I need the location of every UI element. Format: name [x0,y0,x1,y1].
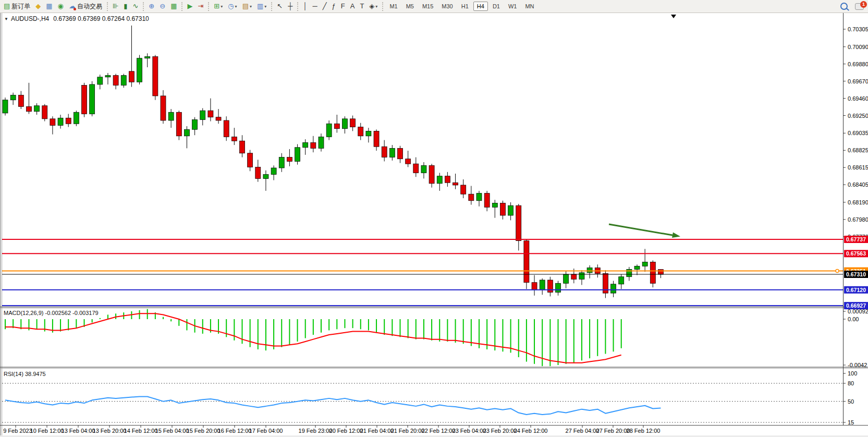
bar-chart-button[interactable]: ⊪ [111,1,120,12]
new-order-icon: ▤ [4,1,10,11]
fibonacci-button[interactable]: ƒ [330,1,338,12]
yellow-diamond-icon: ◆ [35,1,41,11]
vertical-line-icon: │ [303,1,307,11]
chart-area[interactable]: 0.703050.700900.698800.696700.694600.692… [0,13,868,437]
svg-text:0.69250: 0.69250 [848,113,868,119]
macd-indicator-label: MACD(12,26,9) -0.002562 -0.003179 [4,310,99,316]
timeframe-h4[interactable]: H4 [473,2,488,11]
new-chart-button[interactable]: ⊞▾ [212,1,225,12]
svg-text:0.69670: 0.69670 [848,78,868,84]
svg-text:22 Feb 12:00: 22 Feb 12:00 [422,428,456,434]
svg-text:10 Feb 12:00: 10 Feb 12:00 [30,428,64,434]
text-button[interactable]: A [348,1,357,12]
toolbar-right: 1 [840,3,868,10]
svg-text:0.67737: 0.67737 [846,236,866,242]
svg-text:27 Feb 04:00: 27 Feb 04:00 [566,428,600,434]
svg-text:0.69460: 0.69460 [848,95,868,102]
timeframe-m1[interactable]: M1 [386,2,401,11]
bar-chart-icon: ⊪ [113,1,118,11]
toolbar-separator [297,2,298,11]
svg-text:80: 80 [848,380,854,386]
svg-text:0.68615: 0.68615 [848,164,868,171]
svg-text:17 Feb 04:00: 17 Feb 04:00 [249,428,283,434]
svg-text:0.68190: 0.68190 [848,199,868,205]
autotrading-button[interactable]: ☁自动交易 [67,1,104,12]
crosshair-button[interactable]: ┼ [286,1,295,12]
profiles-button[interactable]: ▥▾ [255,1,268,12]
auto-scroll-button[interactable]: ▶ [185,1,194,12]
candlestick-button[interactable]: ▮ [121,1,129,12]
svg-text:15 Feb 20:00: 15 Feb 20:00 [187,428,221,434]
zoom-out-icon: ⊖ [160,1,165,11]
text-icon: A [350,1,355,11]
svg-text:28 Feb 12:00: 28 Feb 12:00 [627,428,661,434]
signals-button[interactable]: ◉ [56,1,66,12]
chat-icon[interactable]: 1 [855,3,864,10]
svg-text:0.68825: 0.68825 [848,147,868,153]
timeframe-w1[interactable]: W1 [505,2,521,11]
timeframe-mn[interactable]: MN [521,2,537,11]
svg-text:21 Feb 04:00: 21 Feb 04:00 [360,428,394,434]
tile-windows-button[interactable]: ▦ [168,1,179,12]
shapes-icon: ◈ [369,1,374,11]
clock-icon: ◷ [228,1,234,11]
timeframe-h1[interactable]: H1 [458,2,472,11]
svg-text:23 Feb 04:00: 23 Feb 04:00 [453,428,486,434]
zoom-out-button[interactable]: ⊖ [157,1,167,12]
market-watch-button[interactable]: ◆ [33,1,43,12]
svg-text:21 Feb 20:00: 21 Feb 20:00 [391,428,425,434]
tile-windows-icon: ▦ [170,1,177,11]
zoom-in-icon: ⊕ [149,1,154,11]
notification-badge: 1 [860,1,867,8]
timeframe-m30[interactable]: M30 [438,2,456,11]
svg-text:23 Feb 20:00: 23 Feb 20:00 [483,428,517,434]
toolbar-separator [382,2,383,11]
chart-collapse-icon[interactable]: ▼ [4,17,8,21]
toolbar-separator [107,2,108,11]
trendline-button[interactable]: ╱ [321,1,329,12]
autotrading-icon: ☁ [69,1,76,11]
rsi-indicator-label: RSI(14) 38.9475 [4,371,46,377]
svg-text:13 Feb 20:00: 13 Feb 20:00 [93,428,127,434]
toolbar-separator [143,2,144,11]
horizontal-line-icon: ─ [313,1,317,11]
chart-shift-button[interactable]: ⇥ [195,1,205,12]
toolbar: ▤新订单◆▦◉☁自动交易⊪▮∿⊕⊖▦▶⇥⊞▾◷▾▤▾▥▾↖┼│─╱ƒFAT◈▾M… [0,0,868,13]
data-window-button[interactable]: ▦ [44,1,54,12]
svg-text:20 Feb 12:00: 20 Feb 12:00 [329,428,363,434]
chart-shift-icon: ⇥ [198,1,203,11]
zoom-in-button[interactable]: ⊕ [146,1,156,12]
svg-text:19 Feb 23:00: 19 Feb 23:00 [299,428,333,434]
timeframe-m15[interactable]: M15 [419,2,437,11]
auto-scroll-icon: ▶ [187,1,192,11]
chevron-down-icon: ▾ [264,4,266,9]
timeframe-m5[interactable]: M5 [402,2,418,11]
svg-text:0.67563: 0.67563 [846,250,866,257]
timeframe-d1[interactable]: D1 [489,2,504,11]
shapes-button[interactable]: ◈▾ [367,1,380,12]
template-icon: ▤ [242,1,249,11]
text-label-button[interactable]: T [358,1,366,12]
svg-text:27 Feb 20:00: 27 Feb 20:00 [596,428,630,434]
chart-window: 0.703050.700900.698800.696700.694600.692… [0,13,868,437]
line-chart-button[interactable]: ∿ [130,1,140,12]
chevron-down-icon: ▾ [235,4,237,9]
signal-icon: ◉ [58,1,64,11]
charts-window-icon: ▦ [46,1,52,11]
new-order-button[interactable]: ▤新订单 [2,1,32,12]
autotrading-button-label: 自动交易 [77,2,102,11]
templates-button[interactable]: ▤▾ [240,1,254,12]
svg-text:9 Feb 2023: 9 Feb 2023 [3,428,32,434]
cursor-button[interactable]: ↖ [275,1,285,12]
svg-text:0.69880: 0.69880 [848,61,868,67]
channel-button[interactable]: F [339,1,347,12]
svg-text:13 Feb 04:00: 13 Feb 04:00 [62,428,95,434]
periods-button[interactable]: ◷▾ [226,1,239,12]
svg-text:14 Feb 12:00: 14 Feb 12:00 [124,428,158,434]
svg-text:16 Feb 12:00: 16 Feb 12:00 [218,428,252,434]
search-icon[interactable] [840,3,848,10]
toolbar-separator [271,2,272,11]
horizontal-line-button[interactable]: ─ [311,1,320,12]
vertical-line-button[interactable]: │ [301,1,309,12]
svg-text:15 Feb 04:00: 15 Feb 04:00 [155,428,189,434]
